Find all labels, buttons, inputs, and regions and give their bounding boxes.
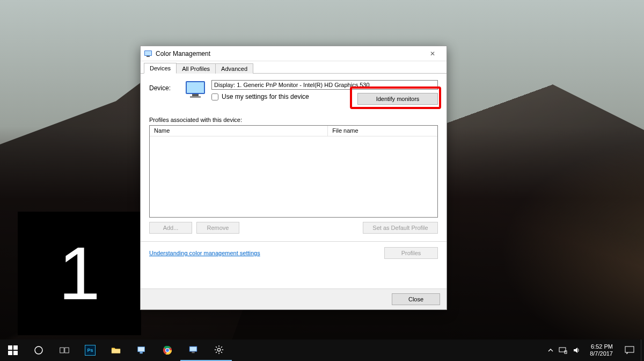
svg-rect-21 — [190, 347, 197, 351]
use-my-settings-checkbox[interactable] — [211, 93, 218, 100]
separator — [141, 241, 447, 242]
set-default-profile-button: Set as Default Profile — [363, 222, 438, 234]
network-icon[interactable] — [559, 346, 567, 354]
svg-line-28 — [216, 346, 217, 348]
taskbar-app-paint[interactable] — [129, 340, 155, 361]
svg-rect-14 — [112, 349, 120, 353]
svg-rect-15 — [138, 347, 145, 352]
remove-button: Remove — [196, 222, 239, 234]
taskbar-app-chrome[interactable] — [155, 340, 180, 361]
window-title: Color Management — [156, 50, 422, 57]
identify-monitors-button[interactable]: Identify monitors — [357, 93, 438, 105]
svg-rect-12 — [60, 348, 64, 353]
taskbar-app-file-explorer[interactable] — [103, 340, 129, 361]
titlebar[interactable]: Color Management ✕ — [141, 46, 447, 61]
svg-point-11 — [35, 346, 42, 354]
cortana-search-button[interactable] — [26, 340, 52, 361]
tab-all-profiles[interactable]: All Profiles — [176, 63, 216, 74]
dialog-body: Device: Display: 1. Generic PnP Monitor … — [141, 74, 447, 288]
svg-rect-34 — [625, 346, 634, 352]
task-view-icon — [60, 345, 69, 355]
desktop: 1 Color Management ✕ Devices All Profile… — [0, 0, 644, 361]
volume-icon[interactable] — [573, 346, 580, 354]
window-close-button[interactable]: ✕ — [422, 50, 443, 57]
device-label: Device: — [149, 80, 179, 92]
paint-icon — [137, 345, 147, 355]
svg-rect-7 — [8, 345, 12, 350]
tab-advanced[interactable]: Advanced — [215, 63, 253, 74]
action-center-button[interactable] — [618, 340, 641, 361]
taskbar-app-color-management[interactable] — [180, 340, 206, 361]
svg-line-31 — [221, 346, 222, 348]
color-management-dialog: Color Management ✕ Devices All Profiles … — [140, 46, 447, 310]
svg-rect-6 — [190, 96, 201, 98]
windows-logo-icon — [8, 345, 18, 355]
svg-rect-16 — [140, 352, 142, 354]
clock-date: 8/7/2017 — [590, 350, 613, 357]
svg-point-23 — [217, 348, 220, 351]
photoshop-icon: Ps — [85, 345, 96, 356]
color-management-icon — [144, 49, 152, 58]
svg-rect-9 — [8, 351, 12, 355]
monitor-icon — [185, 80, 206, 98]
monitor-identify-overlay: 1 — [18, 212, 141, 335]
notification-icon — [625, 346, 634, 355]
svg-rect-1 — [145, 51, 151, 55]
svg-rect-5 — [192, 94, 199, 96]
taskbar-app-settings[interactable] — [206, 340, 232, 361]
show-desktop-button[interactable] — [641, 340, 644, 361]
taskbar: Ps 6:52 PM — [0, 340, 644, 361]
close-button[interactable]: Close — [392, 293, 440, 305]
dialog-footer: Close — [141, 288, 447, 309]
svg-rect-4 — [187, 82, 204, 93]
svg-rect-10 — [13, 351, 18, 355]
system-tray[interactable] — [548, 346, 584, 354]
svg-rect-13 — [65, 348, 69, 353]
column-name[interactable]: Name — [150, 126, 328, 136]
taskbar-clock[interactable]: 6:52 PM 8/7/2017 — [584, 343, 618, 357]
tab-devices[interactable]: Devices — [144, 63, 177, 74]
svg-point-19 — [166, 349, 169, 352]
taskbar-app-photoshop[interactable]: Ps — [77, 340, 103, 361]
profiles-section-label: Profiles associated with this device: — [149, 117, 438, 123]
use-my-settings-label[interactable]: Use my settings for this device — [222, 93, 309, 100]
add-button: Add... — [149, 222, 192, 234]
svg-line-30 — [216, 352, 217, 353]
column-file-name[interactable]: File name — [328, 126, 437, 136]
profiles-list-header: Name File name — [150, 126, 437, 136]
cortana-circle-icon — [34, 345, 43, 355]
profiles-listbox[interactable]: Name File name — [149, 125, 438, 218]
device-dropdown-value: Display: 1. Generic PnP Monitor - Intel(… — [214, 82, 370, 88]
color-management-taskbar-icon — [188, 345, 198, 355]
monitor-number: 1 — [58, 230, 100, 317]
file-explorer-icon — [111, 345, 121, 355]
start-button[interactable] — [0, 340, 26, 361]
device-dropdown[interactable]: Display: 1. Generic PnP Monitor - Intel(… — [211, 80, 438, 90]
help-link[interactable]: Understanding color management settings — [149, 250, 260, 256]
svg-line-29 — [221, 352, 222, 353]
svg-rect-8 — [13, 345, 18, 350]
profiles-button: Profiles — [384, 247, 438, 259]
svg-rect-2 — [147, 56, 150, 57]
tab-strip: Devices All Profiles Advanced — [141, 61, 447, 74]
clock-time: 6:52 PM — [590, 343, 613, 350]
chrome-icon — [163, 345, 172, 355]
gear-icon — [214, 345, 224, 355]
svg-rect-22 — [192, 352, 194, 353]
task-view-button[interactable] — [52, 340, 77, 361]
chevron-up-icon[interactable] — [548, 348, 553, 353]
